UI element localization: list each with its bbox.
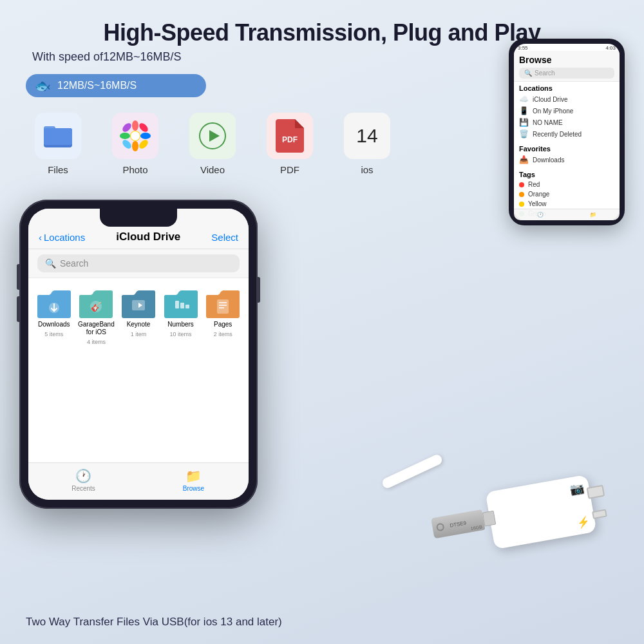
search-input-field[interactable]: 🔍 Search <box>37 254 240 272</box>
feature-photo: Photo <box>103 113 167 175</box>
folder-downloads[interactable]: Downloads 5 items <box>35 289 73 345</box>
files-icon-box <box>35 113 81 159</box>
video-play-icon <box>198 122 227 150</box>
folder-pages[interactable]: Pages 2 items <box>204 289 242 345</box>
speed-bar: 🐟 12MB/S~16MB/S <box>26 74 206 97</box>
yellow-dot <box>519 202 524 207</box>
time-left: 3:55 <box>518 45 528 51</box>
svg-rect-22 <box>180 303 184 308</box>
recents-label: Recents <box>71 485 95 492</box>
icloud-label: iCloud Drive <box>533 96 567 103</box>
browse-label: Browse <box>183 485 204 492</box>
deleted-label: Recently Deleted <box>533 131 582 138</box>
tab-recents[interactable]: 🕐 Recents <box>28 468 138 492</box>
download-icon: 📥 <box>519 155 529 164</box>
tag-red[interactable]: Red <box>519 180 614 189</box>
pages-folder-name: Pages <box>214 321 232 328</box>
time-right: 4:03 <box>605 45 616 51</box>
drive-icon: 💾 <box>519 118 529 127</box>
small-phone-screen: 3:55 4:03 Browse 🔍 Search Locations ☁️ i… <box>514 44 620 220</box>
svg-rect-24 <box>217 299 229 314</box>
folder-keynote[interactable]: Keynote 1 item <box>119 289 158 345</box>
pdf-icon-box: PDF <box>267 113 313 159</box>
garageband-folder-icon: 🎸 <box>79 289 113 318</box>
phone-side-btn-vol1 <box>17 264 21 290</box>
svg-point-4 <box>132 120 138 131</box>
svg-point-7 <box>140 133 151 139</box>
video-icon-box <box>189 113 236 159</box>
svg-rect-21 <box>175 301 179 308</box>
pages-folder-count: 2 items <box>214 331 232 337</box>
downloads-folder-count: 5 items <box>44 331 63 337</box>
phone-screen: ‹ Locations iCloud Drive Select 🔍 Search <box>28 209 249 500</box>
keynote-folder-icon <box>122 289 155 318</box>
ios-number2: 4 <box>367 125 378 147</box>
usb-stick: DTSE9 16GB <box>431 507 497 539</box>
select-button[interactable]: Select <box>211 232 238 243</box>
tag-orange[interactable]: Orange <box>519 189 614 199</box>
phone-notch <box>100 209 177 227</box>
small-recents-icon: 🕐 <box>537 212 544 218</box>
icloud-drive-title: iCloud Drive <box>116 231 180 243</box>
folder-numbers[interactable]: Numbers 10 items <box>162 289 200 345</box>
small-tab-browse[interactable]: 📁 <box>567 212 620 218</box>
tag-yellow[interactable]: Yellow <box>519 199 614 209</box>
garageband-folder-name: GarageBand for iOS <box>77 321 116 336</box>
downloads-label: Downloads <box>533 156 564 164</box>
speed-text: 12MB/S~16MB/S <box>57 80 137 91</box>
ios-search-bar: 🔍 Search <box>28 249 249 278</box>
svg-point-12 <box>131 131 140 140</box>
svg-rect-2 <box>44 128 72 145</box>
favorites-title: Favorites <box>519 145 614 153</box>
numbers-folder-icon <box>164 289 198 318</box>
noname-label: NO NAME <box>533 119 563 126</box>
numbers-folder-name: Numbers <box>167 321 194 328</box>
usb-cable <box>381 453 443 490</box>
folder-garageband[interactable]: 🎸 GarageBand for iOS 4 items <box>77 289 116 345</box>
small-browse-icon: 📁 <box>590 212 596 218</box>
svg-text:🎸: 🎸 <box>91 301 102 312</box>
locations-section: Locations ☁️ iCloud Drive 📱 On My iPhone… <box>514 82 620 142</box>
location-iphone[interactable]: 📱 On My iPhone <box>519 105 614 117</box>
usb-port-icon: ⚡ <box>576 515 591 529</box>
lightning-port <box>592 509 607 519</box>
bottom-text: Two Way Transfer Files Via USB(for ios 1… <box>26 616 282 629</box>
downloads-folder-name: Downloads <box>38 321 70 328</box>
tags-title: Tags <box>519 171 614 178</box>
svg-point-9 <box>138 122 149 133</box>
phone-outer: ‹ Locations iCloud Drive Select 🔍 Search <box>19 200 258 509</box>
keynote-folder-count: 1 item <box>131 331 147 337</box>
tab-browse[interactable]: 📁 Browse <box>138 468 249 492</box>
keynote-folder-name: Keynote <box>127 321 151 328</box>
phone-time: 3:55 4:03 <box>514 44 620 51</box>
photo-icon <box>120 120 151 151</box>
tag-yellow-label: Yellow <box>528 200 547 207</box>
location-icloud[interactable]: ☁️ iCloud Drive <box>519 93 614 105</box>
usb-port <box>587 485 605 499</box>
files-folder-icon <box>44 123 72 149</box>
favorite-downloads[interactable]: 📥 Downloads <box>519 154 614 166</box>
garageband-folder-count: 4 items <box>87 339 106 345</box>
small-tab-bar: 🕐 📁 <box>514 209 620 220</box>
chevron-left-icon: ‹ <box>39 232 42 243</box>
location-noname[interactable]: 💾 NO NAME <box>519 117 614 128</box>
phone-side-btn-power <box>256 277 260 303</box>
location-deleted[interactable]: 🗑️ Recently Deleted <box>519 128 614 140</box>
ios-tab-bar: 🕐 Recents 📁 Browse <box>28 462 249 500</box>
favorites-section: Favorites 📥 Downloads <box>514 142 620 168</box>
svg-point-5 <box>132 141 138 151</box>
small-tab-recents[interactable]: 🕐 <box>514 212 567 218</box>
recents-icon: 🕐 <box>75 468 91 484</box>
ios-icon-box: 14 <box>344 113 390 159</box>
ios-back-button[interactable]: ‹ Locations <box>39 232 85 243</box>
iphone-label: On My iPhone <box>533 108 573 115</box>
ios-label: ios <box>361 164 373 175</box>
phone-mockup: ‹ Locations iCloud Drive Select 🔍 Search <box>19 200 258 509</box>
usb-brand-label: DTSE9 <box>450 520 467 528</box>
svg-text:PDF: PDF <box>282 135 298 144</box>
files-label: Files <box>48 164 68 175</box>
small-search-bar[interactable]: 🔍 Search <box>519 68 614 79</box>
feature-files: Files <box>26 113 90 175</box>
numbers-folder-count: 10 items <box>170 331 192 337</box>
svg-rect-23 <box>185 305 189 308</box>
